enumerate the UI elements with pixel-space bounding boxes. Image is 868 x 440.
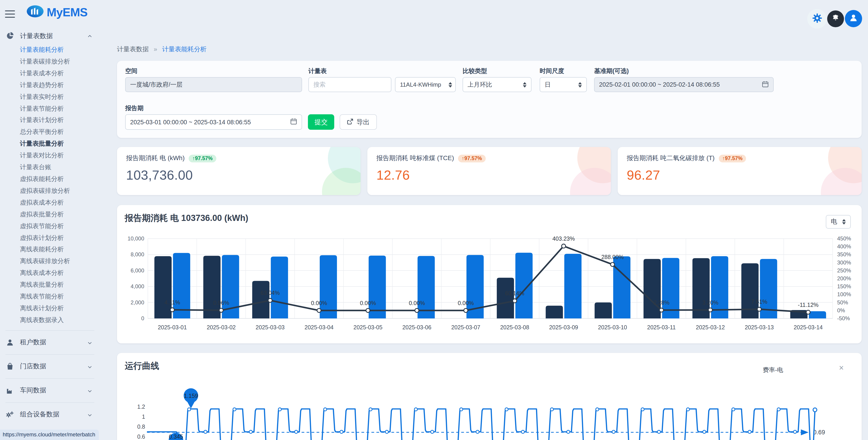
svg-text:2025-03-13: 2025-03-13	[745, 324, 774, 330]
space-input[interactable]	[125, 77, 302, 92]
chevron-down-icon	[87, 364, 93, 369]
settings-button[interactable]	[807, 9, 827, 29]
trend-badge: ↑97.57%	[189, 154, 216, 162]
svg-text:0: 0	[141, 315, 144, 321]
logo-mark-icon	[26, 5, 44, 20]
sidebar-section-1[interactable]: 租户数据	[0, 332, 100, 353]
meter-select[interactable]: 11AL4-KWHimp	[395, 77, 456, 92]
sidebar-divider	[5, 402, 94, 403]
svg-text:2025-03-10: 2025-03-10	[598, 324, 627, 330]
sidebar-section-0[interactable]: 计量表数据	[0, 28, 100, 43]
trend-badge: ↑97.57%	[719, 154, 746, 162]
sidebar-section-4[interactable]: 组合设备数据	[0, 404, 100, 425]
stat-card-tce: 报告期消耗 吨标准煤 (TCE) ↑97.57% 12.76	[367, 147, 611, 195]
svg-text:4,000: 4,000	[131, 283, 144, 289]
sidebar-divider	[5, 354, 94, 355]
unit-select[interactable]: 电	[826, 215, 851, 229]
reporting-period-label: 报告期	[125, 104, 144, 113]
comparison-select[interactable]: 上月环比	[463, 77, 531, 92]
svg-text:2025-03-06: 2025-03-06	[402, 324, 431, 330]
sidebar-item[interactable]: 计量表节能分析	[0, 103, 100, 115]
breadcrumb-separator: »	[154, 46, 157, 53]
svg-text:1.2: 1.2	[137, 404, 145, 410]
notifications-button[interactable]	[827, 10, 844, 27]
sidebar-item[interactable]: 离线表计划分析	[0, 302, 100, 314]
sidebar-item[interactable]: 计量表台账	[0, 162, 100, 173]
sidebar-item[interactable]: 虚拟表节能分析	[0, 220, 100, 232]
svg-text:350%: 350%	[837, 251, 851, 257]
reporting-period-input[interactable]	[125, 114, 302, 130]
sidebar-item[interactable]: 计量表批量分析	[0, 138, 100, 150]
factory-icon	[5, 386, 14, 395]
stat-card-electricity: 报告期消耗 电 (kWh) ↑97.57% 103,736.00	[117, 147, 361, 195]
meter-label: 计量表	[308, 67, 327, 75]
sidebar-section-label: 租户数据	[20, 338, 46, 347]
svg-text:60.14%: 60.14%	[505, 290, 524, 296]
app-logo[interactable]: MyEMS	[26, 5, 88, 20]
sidebar-item[interactable]: 计量表趋势分析	[0, 79, 100, 91]
svg-text:2025-03-05: 2025-03-05	[353, 324, 382, 330]
sidebar-item[interactable]: 虚拟表批量分析	[0, 208, 100, 220]
user-avatar[interactable]	[845, 10, 862, 27]
sidebar-section-3[interactable]: 车间数据	[0, 380, 100, 401]
sidebar-item[interactable]: 离线表数据录入	[0, 314, 100, 326]
gears-icon	[5, 410, 14, 419]
meter-search-input[interactable]	[308, 77, 391, 92]
sidebar-item[interactable]: 计量表实时分析	[0, 91, 100, 103]
calendar-icon	[762, 81, 769, 89]
sidebar-item[interactable]: 离线表节能分析	[0, 291, 100, 302]
breadcrumb-parent[interactable]: 计量表数据	[117, 46, 149, 53]
period-type-select[interactable]: 日	[540, 77, 587, 92]
svg-text:150%: 150%	[837, 283, 851, 289]
chart-title: 报告期消耗 电 103736.00 (kWh)	[125, 212, 248, 224]
svg-text:3.20%: 3.20%	[702, 299, 718, 306]
export-button[interactable]: 导出	[340, 114, 377, 130]
svg-text:0.00%: 0.00%	[458, 300, 474, 306]
base-period-input[interactable]	[594, 77, 774, 92]
breadcrumb-current[interactable]: 计量表能耗分析	[162, 46, 207, 53]
svg-text:-11.12%: -11.12%	[798, 302, 818, 308]
sidebar-item[interactable]: 离线表碳排放分析	[0, 256, 100, 267]
close-icon[interactable]: ×	[839, 364, 844, 372]
sidebar-item[interactable]: 计量表碳排放分析	[0, 56, 100, 67]
svg-text:2025-03-09: 2025-03-09	[549, 324, 578, 330]
menu-toggle-icon[interactable]	[5, 10, 15, 18]
svg-text:2025-03-01: 2025-03-01	[158, 324, 187, 330]
chevron-down-icon	[87, 388, 93, 393]
svg-text:2.28%: 2.28%	[653, 299, 670, 306]
sidebar-section-2[interactable]: 门店数据	[0, 356, 100, 377]
sidebar-item[interactable]: 离线表成本分析	[0, 267, 100, 279]
sidebar-item[interactable]: 计量表计划分析	[0, 115, 100, 126]
svg-text:2025-03-11: 2025-03-11	[647, 324, 676, 330]
sidebar-section-label: 组合设备数据	[20, 410, 59, 419]
svg-text:0.00%: 0.00%	[311, 300, 327, 306]
svg-text:50%: 50%	[837, 299, 848, 305]
sidebar-item[interactable]: 总分表平衡分析	[0, 126, 100, 138]
space-label: 空间	[125, 67, 137, 75]
chevron-down-icon	[87, 412, 93, 417]
sidebar-divider	[5, 378, 94, 379]
svg-text:7.61%: 7.61%	[751, 298, 767, 305]
svg-text:0.8: 0.8	[137, 423, 145, 430]
sidebar-item[interactable]: 虚拟表能耗分析	[0, 173, 100, 185]
svg-text:300%: 300%	[837, 260, 851, 266]
svg-text:288.00%: 288.00%	[601, 254, 624, 260]
svg-text:0.6: 0.6	[137, 433, 145, 440]
sidebar-item[interactable]: 离线表能耗分析	[0, 244, 100, 256]
export-icon	[347, 118, 353, 126]
sidebar-item[interactable]: 计量表对比分析	[0, 150, 100, 162]
sidebar-item[interactable]: 计量表成本分析	[0, 67, 100, 79]
svg-text:200%: 200%	[837, 275, 851, 282]
gear-icon	[811, 12, 823, 25]
sidebar-item[interactable]: 虚拟表计划分析	[0, 232, 100, 244]
trend-badge: ↑97.57%	[458, 154, 486, 162]
sidebar-item[interactable]: 虚拟表碳排放分析	[0, 185, 100, 197]
sidebar-section-label: 车间数据	[20, 386, 46, 395]
svg-text:250%: 250%	[837, 267, 851, 273]
sidebar-item[interactable]: 虚拟表成本分析	[0, 197, 100, 209]
sidebar-item[interactable]: 计量表能耗分析	[0, 44, 100, 56]
sidebar-nav: 计量表数据计量表能耗分析计量表碳排放分析计量表成本分析计量表趋势分析计量表实时分…	[0, 28, 100, 425]
svg-text:-50%: -50%	[837, 315, 850, 321]
sidebar-item[interactable]: 离线表批量分析	[0, 279, 100, 291]
submit-button[interactable]: 提交	[308, 114, 334, 130]
